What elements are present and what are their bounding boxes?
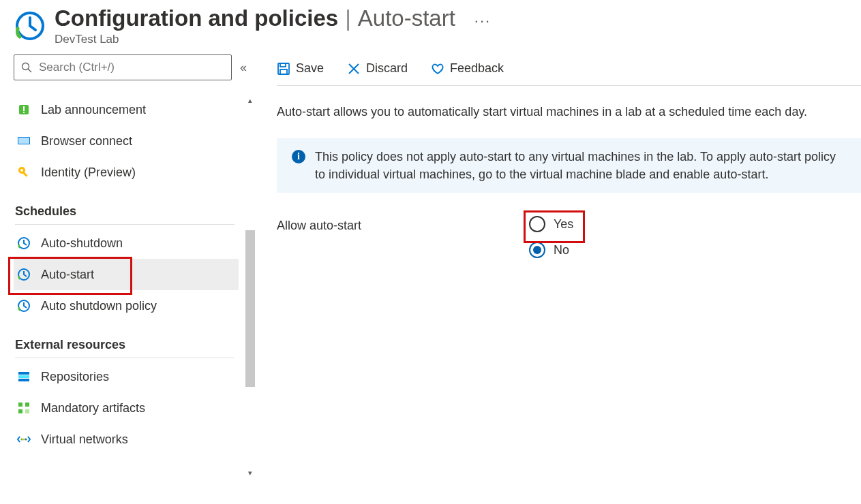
sidebar-nav: Lab announcement Browser connect Identit…: [14, 94, 252, 479]
save-button[interactable]: Save: [277, 61, 324, 76]
description-text: Auto-start allows you to automatically s…: [277, 105, 861, 119]
svg-rect-15: [18, 375, 29, 378]
scrollbar-thumb[interactable]: [245, 230, 255, 387]
sidebar-item-label: Mandatory artifacts: [41, 401, 145, 415]
svg-point-22: [23, 439, 25, 441]
sidebar-item-lab-announcement[interactable]: Lab announcement: [14, 94, 239, 125]
clock-icon: [16, 267, 31, 282]
radio-yes[interactable]: Yes: [529, 216, 573, 232]
svg-rect-20: [25, 409, 29, 413]
allow-auto-start-radio-group: Yes No: [529, 216, 573, 258]
vnet-icon: [16, 432, 31, 447]
sidebar-item-auto-shutdown[interactable]: Auto-shutdown: [14, 227, 239, 259]
svg-rect-10: [22, 172, 28, 177]
sidebar-section-external: External resources: [15, 338, 235, 358]
scroll-down-icon[interactable]: ▾: [244, 467, 256, 479]
clock-icon: [16, 236, 31, 251]
key-icon: [16, 165, 31, 180]
svg-line-2: [28, 69, 31, 72]
search-box[interactable]: [14, 54, 232, 80]
discard-label: Discard: [366, 61, 408, 76]
radio-circle-icon: [529, 216, 545, 232]
svg-rect-7: [18, 138, 29, 144]
save-icon: [277, 62, 290, 76]
info-text: This policy does not apply auto-start to…: [315, 148, 846, 183]
sidebar-item-repositories[interactable]: Repositories: [14, 361, 239, 392]
radio-yes-label: Yes: [554, 217, 573, 232]
artifacts-icon: [16, 400, 31, 415]
main-content: Save Discard Feedback Auto-start allows …: [252, 54, 861, 497]
info-icon: i: [292, 150, 305, 163]
sidebar-section-schedules: Schedules: [15, 204, 235, 225]
clock-icon: [16, 298, 31, 313]
svg-point-9: [20, 169, 23, 172]
svg-rect-25: [280, 63, 286, 67]
sidebar-scrollbar[interactable]: ▴ ▾: [244, 94, 256, 479]
page-subtitle: Auto-start: [358, 5, 455, 31]
sidebar-item-browser-connect[interactable]: Browser connect: [14, 125, 239, 157]
sidebar-item-mandatory-artifacts[interactable]: Mandatory artifacts: [14, 392, 239, 424]
radio-circle-icon: [529, 242, 545, 258]
feedback-label: Feedback: [450, 61, 504, 76]
monitor-icon: [16, 133, 31, 148]
sidebar-item-virtual-networks[interactable]: Virtual networks: [14, 424, 239, 455]
allow-auto-start-label: Allow auto-start: [277, 216, 529, 233]
svg-point-21: [21, 439, 23, 441]
scroll-up-icon[interactable]: ▴: [244, 94, 256, 106]
sidebar-item-label: Virtual networks: [41, 432, 128, 447]
search-icon: [21, 62, 32, 73]
collapse-sidebar-button[interactable]: «: [240, 61, 247, 75]
repo-icon: [16, 369, 31, 384]
svg-rect-16: [18, 379, 29, 381]
sidebar-item-label: Identity (Preview): [41, 166, 136, 180]
toolbar: Save Discard Feedback: [277, 56, 861, 86]
search-input[interactable]: [37, 60, 224, 75]
info-banner: i This policy does not apply auto-start …: [277, 138, 861, 193]
sidebar-item-identity[interactable]: Identity (Preview): [14, 157, 239, 188]
svg-rect-4: [23, 106, 25, 111]
sidebar-item-label: Auto-start: [41, 268, 94, 282]
svg-rect-26: [280, 69, 287, 74]
sidebar-item-label: Browser connect: [41, 134, 132, 148]
more-actions-button[interactable]: ···: [474, 12, 491, 30]
radio-no[interactable]: No: [529, 242, 573, 258]
svg-rect-5: [23, 112, 25, 113]
svg-point-23: [25, 439, 27, 441]
svg-rect-18: [25, 403, 29, 407]
close-icon: [347, 62, 361, 76]
sidebar-item-label: Lab announcement: [41, 103, 146, 117]
discard-button[interactable]: Discard: [347, 61, 408, 76]
title-separator: |: [345, 5, 351, 31]
feedback-button[interactable]: Feedback: [431, 61, 504, 76]
svg-rect-19: [18, 409, 22, 413]
radio-no-label: No: [554, 243, 569, 257]
sidebar-item-label: Auto shutdown policy: [41, 299, 157, 313]
sidebar-item-auto-shutdown-policy[interactable]: Auto shutdown policy: [14, 290, 239, 321]
announcement-icon: [16, 102, 31, 117]
svg-point-1: [22, 63, 29, 70]
heart-icon: [431, 62, 444, 76]
sidebar-item-auto-start[interactable]: Auto-start: [14, 259, 239, 290]
resource-type-caption: DevTest Lab: [55, 33, 491, 46]
sidebar: « Lab announcement Browser connect: [0, 54, 252, 497]
svg-rect-17: [18, 403, 22, 407]
svg-rect-14: [18, 372, 29, 375]
save-label: Save: [296, 61, 324, 76]
sidebar-item-label: Auto-shutdown: [41, 236, 123, 251]
allow-auto-start-row: Allow auto-start Yes No: [277, 216, 861, 258]
page-header: Configuration and policies | Auto-start …: [0, 0, 861, 46]
page-title: Configuration and policies: [55, 5, 338, 31]
sidebar-item-label: Repositories: [41, 370, 109, 384]
clock-header-icon: [14, 10, 46, 42]
